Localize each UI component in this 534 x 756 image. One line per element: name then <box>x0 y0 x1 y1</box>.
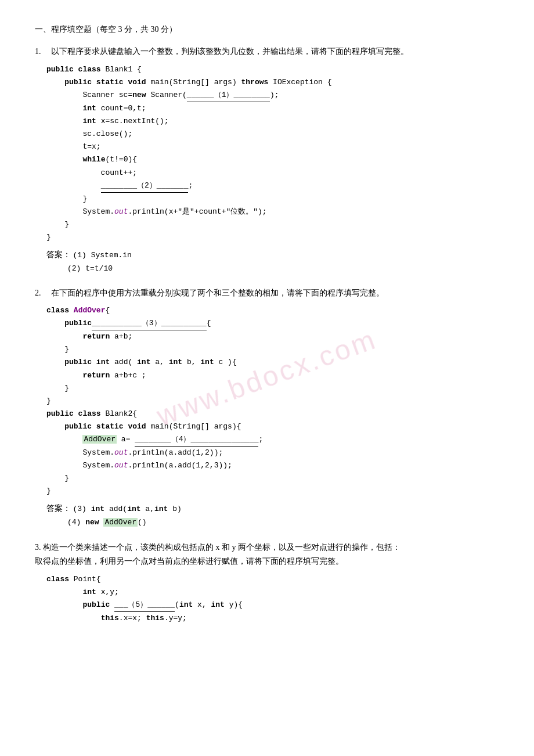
q2-desc: 在下面的程序中使用方法重载分别实现了两个和三个整数的相加，请将下面的程序填写完整… <box>51 289 384 297</box>
q2-answer-4: (4) new AddOver() <box>67 518 147 527</box>
q3-code: class Point{ int x,y; public ___（5）_____… <box>46 573 499 625</box>
blank-2: ________（2）_______ <box>101 179 189 193</box>
question-1: 1. 以下程序要求从键盘输入一个整数，判别该整数为几位数，并输出结果，请将下面的… <box>35 45 499 275</box>
q3-desc: 3. 构造一个类来描述一个点，该类的构成包括点的 x 和 y 两个坐标，以及一些… <box>35 541 499 568</box>
q2-title: 2. 在下面的程序中使用方法重载分别实现了两个和三个整数的相加，请将下面的程序填… <box>35 287 499 300</box>
q1-desc: 以下程序要求从键盘输入一个整数，判别该整数为几位数，并输出结果，请将下面的程序填… <box>51 47 409 56</box>
blank-4: ________（4）_______________ <box>135 433 258 447</box>
q2-answer-label: 答案： <box>46 504 71 513</box>
q1-answer-1: (1) System.in <box>73 251 132 260</box>
q1-code: public class Blank1 { public static void… <box>46 63 499 244</box>
q2-answer: 答案： (3) int add(int a,int b) (4) new Add… <box>46 502 499 529</box>
q1-answer-2: (2) t=t/10 <box>67 264 113 273</box>
q1-number: 1. <box>35 47 41 56</box>
q2-code: class AddOver{ public___________（3）_____… <box>46 304 499 498</box>
question-2: 2. 在下面的程序中使用方法重载分别实现了两个和三个整数的相加，请将下面的程序填… <box>35 287 499 529</box>
blank-3: ___________（3）__________ <box>92 317 207 330</box>
blank-1: ______（1）________ <box>187 89 270 102</box>
q3-desc1: 3. 构造一个类来描述一个点，该类的构成包括点的 x 和 y 两个坐标，以及一些… <box>35 543 400 552</box>
q2-number: 2. <box>35 289 41 297</box>
blank-5: ___（5）______ <box>114 599 175 612</box>
question-3: 3. 构造一个类来描述一个点，该类的构成包括点的 x 和 y 两个坐标，以及一些… <box>35 541 499 625</box>
q3-desc2: 取得点的坐标值，利用另一个点对当前点的坐标进行赋值，请将下面的程序填写完整。 <box>35 557 344 566</box>
q1-title: 1. 以下程序要求从键盘输入一个整数，判别该整数为几位数，并输出结果，请将下面的… <box>35 45 499 58</box>
q1-answer-label: 答案： <box>46 250 71 259</box>
section-title: 一、程序填空题（每空 3 分，共 30 分） <box>35 23 499 36</box>
q1-answer: 答案： (1) System.in (2) t=t/10 <box>46 249 499 275</box>
q2-answer-3: (3) int add(int a,int b) <box>73 505 182 513</box>
